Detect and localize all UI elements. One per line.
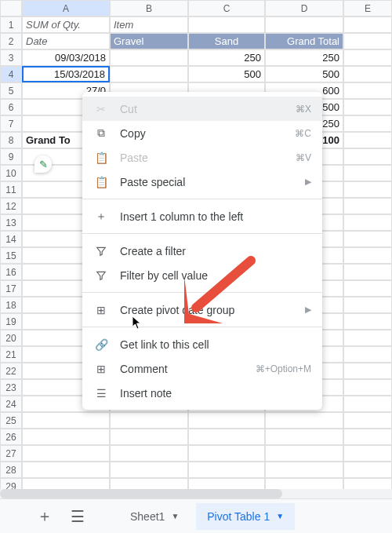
row-header[interactable]: 24: [0, 396, 22, 412]
menu-copy[interactable]: ⧉ Copy ⌘C: [82, 121, 322, 145]
cell[interactable]: [343, 247, 392, 264]
row-header[interactable]: 18: [0, 297, 22, 313]
col-header-a[interactable]: A: [22, 0, 110, 16]
add-sheet-button[interactable]: ＋: [31, 503, 58, 530]
row-header[interactable]: 2: [0, 33, 22, 49]
cell[interactable]: [110, 445, 188, 462]
menu-paste[interactable]: 📋 Paste ⌘V: [82, 145, 322, 170]
cell[interactable]: [110, 66, 188, 82]
row-header[interactable]: 28: [0, 462, 22, 478]
selected-cell[interactable]: 15/03/2018: [22, 66, 110, 82]
cell[interactable]: 500: [265, 66, 343, 82]
cell[interactable]: [110, 462, 188, 478]
menu-create-pivot-date-group[interactable]: ⊞ Create pivot date group ▶: [82, 298, 322, 322]
edit-pencil-icon[interactable]: ✎: [34, 155, 52, 173]
row-header[interactable]: 12: [0, 198, 22, 214]
row-header[interactable]: 20: [0, 330, 22, 346]
row-header[interactable]: 21: [0, 346, 22, 363]
row-header[interactable]: 22: [0, 363, 22, 379]
cell[interactable]: [343, 330, 392, 346]
cell[interactable]: [343, 231, 392, 247]
row-header[interactable]: 1: [0, 16, 22, 33]
cell[interactable]: [343, 148, 392, 165]
cell[interactable]: [343, 49, 392, 66]
cell[interactable]: [265, 412, 343, 429]
cell[interactable]: [265, 16, 343, 33]
cell[interactable]: [22, 462, 110, 478]
all-sheets-button[interactable]: ☰: [64, 503, 91, 530]
cell[interactable]: [343, 462, 392, 478]
row-header[interactable]: 25: [0, 412, 22, 429]
cell[interactable]: [343, 396, 392, 412]
row-header[interactable]: 26: [0, 429, 22, 445]
cell[interactable]: [343, 82, 392, 99]
cell[interactable]: [110, 429, 188, 445]
cell[interactable]: [343, 181, 392, 198]
cell[interactable]: [343, 132, 392, 148]
cell[interactable]: [343, 445, 392, 462]
cell[interactable]: [188, 412, 265, 429]
cell[interactable]: [343, 33, 392, 49]
cell[interactable]: [22, 445, 110, 462]
cell[interactable]: Item: [110, 16, 188, 33]
pivot-col-header[interactable]: Gravel: [110, 33, 188, 49]
cell[interactable]: [343, 16, 392, 33]
sheet-tab-pivot[interactable]: Pivot Table 1 ▼: [196, 503, 295, 530]
scrollbar-thumb[interactable]: [0, 489, 282, 498]
col-header-e[interactable]: E: [343, 0, 392, 16]
cell[interactable]: [188, 429, 265, 445]
row-header[interactable]: 16: [0, 264, 22, 280]
menu-insert-note[interactable]: ☰ Insert note: [82, 381, 322, 405]
cell[interactable]: [343, 379, 392, 396]
cell[interactable]: [265, 462, 343, 478]
cell[interactable]: [22, 429, 110, 445]
col-header-b[interactable]: B: [110, 0, 188, 16]
cell[interactable]: [343, 99, 392, 115]
cell[interactable]: [110, 412, 188, 429]
pivot-col-header[interactable]: Grand Total: [265, 33, 343, 49]
row-header[interactable]: 13: [0, 214, 22, 231]
menu-paste-special[interactable]: 📋 Paste special ▶: [82, 170, 322, 194]
menu-insert-column[interactable]: ＋ Insert 1 column to the left: [82, 204, 322, 228]
row-header[interactable]: 7: [0, 115, 22, 132]
cell[interactable]: 250: [265, 49, 343, 66]
cell[interactable]: [265, 445, 343, 462]
row-header[interactable]: 23: [0, 379, 22, 396]
cell[interactable]: 250: [188, 49, 265, 66]
cell[interactable]: [343, 429, 392, 445]
cell[interactable]: 500: [188, 66, 265, 82]
cell[interactable]: [343, 198, 392, 214]
sheet-tab-sheet1[interactable]: Sheet1 ▼: [119, 503, 190, 530]
row-header[interactable]: 9: [0, 148, 22, 165]
menu-cut[interactable]: ✂ Cut ⌘X: [82, 97, 322, 121]
cell[interactable]: [343, 313, 392, 330]
row-header[interactable]: 4: [0, 66, 22, 82]
cell[interactable]: [343, 66, 392, 82]
cell[interactable]: [343, 264, 392, 280]
row-header[interactable]: 14: [0, 231, 22, 247]
menu-comment[interactable]: ⊞ Comment ⌘+Option+M: [82, 356, 322, 381]
cell[interactable]: [343, 363, 392, 379]
row-header[interactable]: 19: [0, 313, 22, 330]
menu-create-filter[interactable]: Create a filter: [82, 239, 322, 263]
cell[interactable]: [188, 462, 265, 478]
row-header[interactable]: 6: [0, 99, 22, 115]
row-header[interactable]: 3: [0, 49, 22, 66]
cell[interactable]: [110, 49, 188, 66]
row-header[interactable]: 8: [0, 132, 22, 148]
cell[interactable]: [22, 412, 110, 429]
pivot-col-header[interactable]: Sand: [188, 33, 265, 49]
cell[interactable]: [343, 297, 392, 313]
cell[interactable]: [343, 115, 392, 132]
row-header[interactable]: 27: [0, 445, 22, 462]
cell[interactable]: [343, 165, 392, 181]
cell[interactable]: [188, 16, 265, 33]
cell[interactable]: [343, 280, 392, 297]
cell[interactable]: [343, 346, 392, 363]
cell[interactable]: Date: [22, 33, 110, 49]
menu-filter-by-value[interactable]: Filter by cell value: [82, 263, 322, 287]
row-header[interactable]: 15: [0, 247, 22, 264]
col-header-d[interactable]: D: [265, 0, 343, 16]
row-header[interactable]: 5: [0, 82, 22, 99]
horizontal-scrollbar[interactable]: [0, 489, 392, 498]
